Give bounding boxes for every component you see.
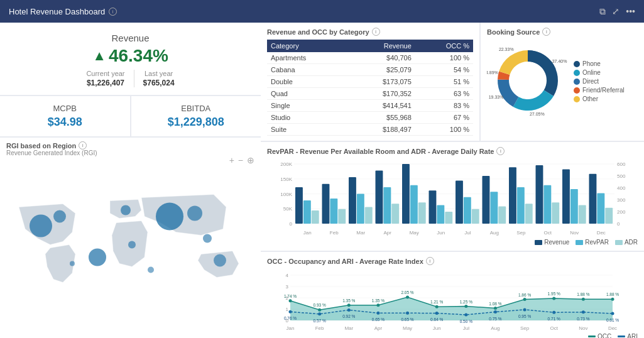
svg-rect-70 — [536, 165, 543, 224]
svg-text:Sep: Sep — [520, 325, 530, 331]
svg-text:600: 600 — [617, 161, 626, 167]
svg-text:0.93 %: 0.93 % — [314, 303, 326, 307]
svg-text:150K: 150K — [280, 177, 292, 182]
header-actions: ⧉ ⤢ ••• — [599, 6, 635, 17]
occ-legend-item: OCC — [588, 333, 611, 338]
revpar-legend-item: RevPAR — [576, 239, 609, 246]
svg-rect-35 — [303, 200, 311, 224]
svg-text:0.65 %: 0.65 % — [401, 317, 413, 322]
svg-text:Jul: Jul — [463, 325, 469, 331]
svg-text:0.57 %: 0.57 % — [314, 319, 326, 323]
svg-point-100 — [406, 296, 409, 299]
booking-info-icon[interactable]: i — [542, 28, 550, 36]
svg-text:Oct: Oct — [550, 325, 559, 331]
svg-text:Nov: Nov — [579, 325, 587, 331]
svg-point-10 — [70, 261, 75, 266]
rgi-card: RGI based on Region i Revenue Generated … — [0, 138, 261, 338]
svg-text:0.65 %: 0.65 % — [372, 317, 385, 322]
last-year-value: $765,024 — [143, 79, 175, 87]
duplicate-icon[interactable]: ⧉ — [599, 6, 606, 17]
rgi-info-icon[interactable]: i — [79, 141, 87, 150]
table-row: Suite$188,497100 % — [267, 124, 473, 136]
svg-point-104 — [464, 305, 467, 308]
svg-text:Jun: Jun — [433, 325, 441, 331]
svg-point-132 — [523, 308, 527, 311]
svg-rect-54 — [429, 190, 437, 224]
ebitda-label: EBITDA — [141, 104, 251, 113]
svg-text:1.86 %: 1.86 % — [518, 293, 531, 297]
svg-rect-56 — [445, 212, 452, 224]
svg-text:0.50 %: 0.50 % — [460, 319, 472, 324]
svg-rect-66 — [509, 167, 516, 224]
svg-text:Feb: Feb — [330, 230, 339, 236]
svg-text:Jul: Jul — [464, 230, 471, 236]
svg-text:Jan: Jan — [287, 325, 295, 331]
revpar-legend: RevenueRevPARADR — [267, 239, 638, 246]
current-year-label: Current year — [86, 70, 124, 77]
svg-point-9 — [148, 267, 154, 273]
rgi-header: RGI based on Region i Revenue Generated … — [0, 138, 261, 158]
svg-rect-39 — [330, 199, 337, 224]
svg-rect-71 — [543, 185, 551, 224]
svg-text:0.71 %: 0.71 % — [548, 317, 560, 321]
svg-rect-58 — [456, 180, 463, 224]
rgi-subtitle: Revenue Generated Index (RGI) — [6, 150, 254, 156]
svg-text:37.40%: 37.40% — [552, 59, 567, 63]
svg-point-4 — [128, 241, 136, 249]
revenue-title: Revenue — [111, 33, 149, 43]
table-row: Apartments$40,706100 % — [267, 52, 473, 64]
svg-point-134 — [552, 311, 555, 314]
table-row: Single$414,54183 % — [267, 100, 473, 112]
svg-text:0.64 %: 0.64 % — [430, 317, 443, 322]
svg-text:1.08 %: 1.08 % — [489, 302, 501, 306]
ebitda-value: $1,229,808 — [141, 116, 251, 129]
svg-text:500: 500 — [617, 173, 626, 179]
svg-rect-50 — [402, 164, 410, 224]
svg-text:100K: 100K — [280, 192, 292, 197]
svg-text:Aug: Aug — [490, 230, 499, 236]
svg-rect-63 — [490, 192, 498, 224]
current-year-item: Current year $1,226,407 — [77, 70, 134, 87]
table-row: Studio$55,96867 % — [267, 112, 473, 124]
svg-rect-42 — [349, 177, 356, 224]
revenue-table-info-icon[interactable]: i — [372, 28, 380, 36]
kpi-row: MCPB $34.98 EBITDA $1,229,808 — [0, 96, 261, 136]
occ-info-icon[interactable]: i — [426, 257, 434, 265]
svg-point-102 — [435, 305, 439, 308]
svg-rect-40 — [338, 209, 346, 224]
svg-text:22.33%: 22.33% — [499, 47, 514, 52]
svg-text:0.95 %: 0.95 % — [518, 314, 531, 319]
svg-point-128 — [464, 313, 467, 317]
svg-text:1.74 %: 1.74 % — [284, 294, 297, 298]
svg-text:4: 4 — [286, 273, 289, 278]
svg-rect-36 — [312, 210, 319, 224]
col-category: Category — [267, 40, 347, 52]
svg-rect-51 — [410, 185, 418, 224]
svg-text:May: May — [403, 325, 412, 331]
svg-text:1.95 %: 1.95 % — [548, 292, 560, 296]
svg-text:0.76 %: 0.76 % — [284, 316, 297, 320]
svg-text:Dec: Dec — [597, 230, 606, 236]
revenue-pct-value: 46.34% — [109, 46, 168, 66]
right-panel: Revenue and OCC by Category i Category R… — [261, 23, 644, 338]
more-icon[interactable]: ••• — [626, 6, 635, 16]
legend-item: Direct — [574, 78, 625, 85]
svg-rect-48 — [391, 204, 399, 224]
svg-rect-62 — [483, 176, 490, 224]
svg-text:Apr: Apr — [384, 230, 392, 236]
svg-text:0.92 %: 0.92 % — [342, 314, 355, 319]
header-title-bar: Hotel Revenue Dashboard i — [9, 7, 117, 16]
revpar-legend-item: Revenue — [535, 239, 569, 246]
col-revenue: Revenue — [347, 40, 415, 52]
donut-chart: 37.40%27.05%19.33%4.89%22.33% — [487, 40, 569, 123]
svg-text:400: 400 — [617, 185, 626, 191]
expand-icon[interactable]: ⤢ — [612, 6, 619, 16]
svg-text:1.35 %: 1.35 % — [342, 298, 355, 303]
svg-point-124 — [406, 312, 409, 315]
svg-text:0.75 %: 0.75 % — [489, 317, 501, 321]
svg-rect-38 — [322, 184, 330, 224]
revpar-info-icon[interactable]: i — [496, 147, 505, 155]
table-row: Double$173,07551 % — [267, 76, 473, 88]
revenue-table: Category Revenue OCC % Apartments$40,706… — [267, 40, 473, 136]
header-info-icon[interactable]: i — [109, 8, 117, 16]
